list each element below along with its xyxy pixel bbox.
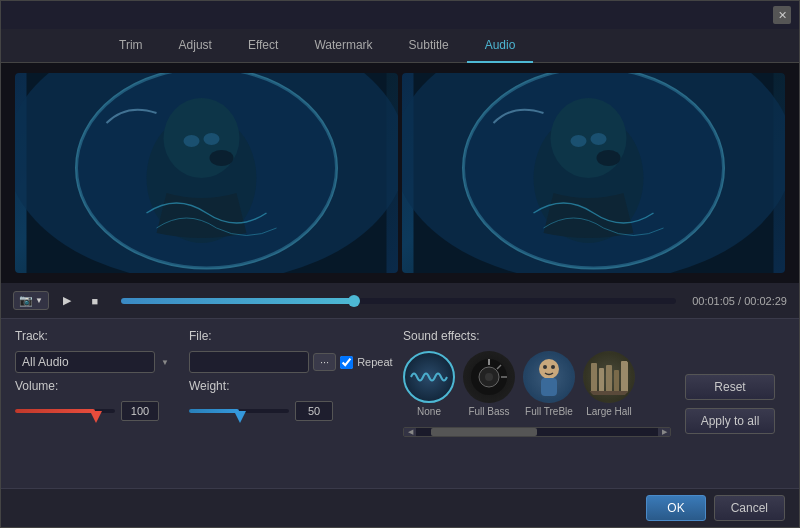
volume-label: Volume: (15, 379, 175, 393)
effect-full-bass[interactable]: Full Bass (463, 351, 515, 417)
time-separator: / (735, 295, 744, 307)
svg-point-14 (551, 98, 627, 178)
tab-trim[interactable]: Trim (101, 29, 161, 63)
controls-bar: 📷 ▼ ▶ ■ 00:01:05 / 00:02:29 (1, 283, 799, 319)
svg-rect-30 (606, 365, 612, 393)
progress-thumb[interactable] (348, 295, 360, 307)
svg-rect-28 (591, 363, 597, 393)
svg-point-16 (571, 135, 587, 147)
svg-point-26 (543, 365, 547, 369)
file-input[interactable] (189, 351, 309, 373)
preview-right (402, 73, 785, 273)
tab-subtitle[interactable]: Subtitle (391, 29, 467, 63)
time-display: 00:01:05 / 00:02:29 (692, 295, 787, 307)
repeat-checkbox-row: Repeat (340, 356, 392, 369)
footer: OK Cancel (1, 488, 799, 527)
play-button[interactable]: ▶ (57, 291, 77, 311)
preview-area (1, 63, 799, 283)
file-input-row: ··· Repeat (189, 351, 389, 373)
file-label: File: (189, 329, 389, 343)
ok-button[interactable]: OK (646, 495, 705, 521)
effect-bass-label: Full Bass (468, 406, 509, 417)
repeat-checkbox[interactable] (340, 356, 353, 369)
tab-watermark[interactable]: Watermark (296, 29, 390, 63)
stop-button[interactable]: ■ (85, 291, 105, 311)
bottom-panel: Track: All Audio Track 1 Track 2 Volume:… (1, 319, 799, 488)
svg-point-5 (164, 98, 240, 178)
sound-effects-label: Sound effects: (403, 329, 671, 343)
svg-point-17 (591, 133, 607, 145)
effect-full-treble[interactable]: Full TreBle (523, 351, 575, 417)
svg-point-27 (551, 365, 555, 369)
scroll-thumb[interactable] (431, 428, 537, 436)
reset-button[interactable]: Reset (685, 374, 775, 400)
effect-hall-label: Large Hall (586, 406, 632, 417)
tab-bar: Trim Adjust Effect Watermark Subtitle Au… (1, 29, 799, 63)
tab-effect[interactable]: Effect (230, 29, 296, 63)
sound-effects-scrollbar[interactable]: ◀ ▶ (403, 427, 671, 437)
volume-slider[interactable] (15, 403, 115, 419)
effect-none-label: None (417, 406, 441, 417)
svg-rect-25 (541, 378, 557, 396)
weight-row: 50 (189, 401, 389, 421)
volume-row: 100 (15, 401, 175, 421)
sound-effects-row: None Full Bass (403, 351, 671, 417)
track-select-wrapper: All Audio Track 1 Track 2 (15, 351, 175, 373)
camera-button[interactable]: 📷 ▼ (13, 291, 49, 310)
svg-rect-31 (614, 370, 619, 393)
scroll-right-button[interactable]: ▶ (658, 428, 670, 436)
effect-hall-icon (583, 351, 635, 403)
progress-bar[interactable] (121, 298, 676, 304)
svg-point-20 (485, 373, 493, 381)
effect-none[interactable]: None (403, 351, 455, 417)
tab-adjust[interactable]: Adjust (161, 29, 230, 63)
time-current: 00:01:05 (692, 295, 735, 307)
track-section: Track: All Audio Track 1 Track 2 Volume:… (15, 329, 175, 478)
effect-treble-label: Full TreBle (525, 406, 573, 417)
weight-value: 50 (295, 401, 333, 421)
effect-none-icon (403, 351, 455, 403)
close-button[interactable]: ✕ (773, 6, 791, 24)
camera-dropdown-icon: ▼ (35, 296, 43, 305)
apply-to-all-button[interactable]: Apply to all (685, 408, 775, 434)
progress-fill (121, 298, 354, 304)
title-bar: ✕ (1, 1, 799, 29)
file-browse-button[interactable]: ··· (313, 353, 336, 371)
svg-rect-33 (589, 391, 629, 395)
time-total: 00:02:29 (744, 295, 787, 307)
cancel-button[interactable]: Cancel (714, 495, 785, 521)
effect-large-hall[interactable]: Large Hall (583, 351, 635, 417)
file-section: File: ··· Repeat Weight: 50 (189, 329, 389, 478)
svg-point-6 (210, 150, 234, 166)
volume-value: 100 (121, 401, 159, 421)
sound-effects-section: Sound effects: None (403, 329, 671, 478)
weight-slider[interactable] (189, 403, 289, 419)
dialog: ✕ Trim Adjust Effect Watermark Subtitle … (0, 0, 800, 528)
svg-rect-29 (599, 368, 604, 393)
track-label: Track: (15, 329, 175, 343)
preview-left (15, 73, 398, 273)
weight-label: Weight: (189, 379, 389, 393)
svg-point-7 (184, 135, 200, 147)
svg-point-24 (539, 359, 559, 379)
scroll-left-button[interactable]: ◀ (404, 428, 416, 436)
tab-audio[interactable]: Audio (467, 29, 534, 63)
effect-treble-icon (523, 351, 575, 403)
svg-point-15 (597, 150, 621, 166)
action-buttons: Reset Apply to all (685, 329, 785, 478)
svg-point-8 (204, 133, 220, 145)
repeat-label: Repeat (357, 356, 392, 368)
track-select[interactable]: All Audio Track 1 Track 2 (15, 351, 155, 373)
camera-icon: 📷 (19, 294, 33, 307)
effect-bass-icon (463, 351, 515, 403)
svg-rect-32 (621, 361, 628, 393)
